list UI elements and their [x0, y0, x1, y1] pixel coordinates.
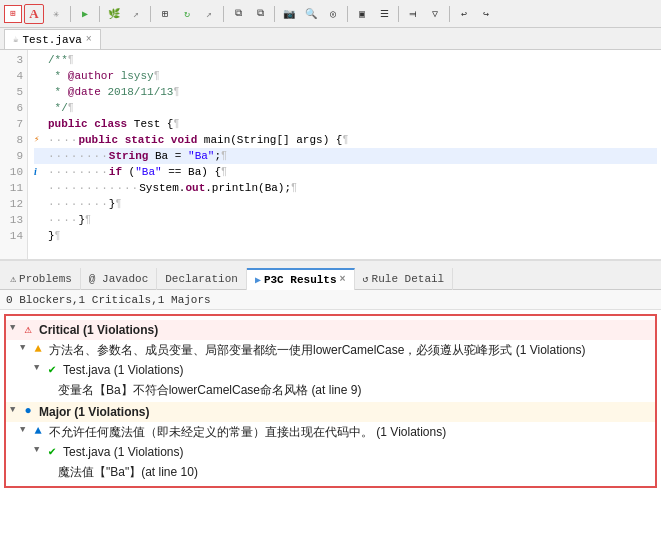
major-sub1[interactable]: ▼ ▲ 不允许任何魔法值（即未经定义的常量）直接出现在代码中。 (1 Viola…	[6, 422, 655, 442]
critical-sub1-file-icon: ✔	[44, 361, 60, 377]
copy-icon[interactable]: ⧉	[228, 4, 248, 24]
tab-declaration[interactable]: Declaration	[157, 268, 247, 290]
box-icon[interactable]: ▣	[352, 4, 372, 24]
search-icon[interactable]: 🔍	[301, 4, 321, 24]
tab-javadoc[interactable]: @ Javadoc	[81, 268, 157, 290]
tab-problems-label: Problems	[19, 273, 72, 285]
summary-text: 0 Blockers,1 Criticals,1 Majors	[6, 294, 211, 306]
results-panel[interactable]: ▼ ⚠ Critical (1 Violations) ▼ ▲ 方法名、参数名、…	[0, 310, 661, 546]
refresh-icon[interactable]: ↻	[177, 4, 197, 24]
critical-sub1-detail[interactable]: 变量名【Ba】不符合lowerCamelCase命名风格 (at line 9)	[6, 380, 655, 400]
critical-sub1-text: 方法名、参数名、成员变量、局部变量都统一使用lowerCamelCase，必须遵…	[49, 341, 586, 359]
critical-icon: ⚠	[20, 321, 36, 337]
tab-declaration-label: Declaration	[165, 273, 238, 285]
major-icon: ●	[20, 403, 36, 419]
arrow-up-icon[interactable]: ↗	[126, 4, 146, 24]
tab-p3c-results[interactable]: ▶ P3C Results ×	[247, 268, 355, 290]
code-lines: /**¶ * @author lsysy¶ * @date 2018/11/13…	[30, 50, 661, 259]
code-line-13: ····}¶	[34, 212, 657, 228]
tab-rule-label: Rule Detail	[372, 273, 445, 285]
undo-icon[interactable]: ↩	[454, 4, 474, 24]
marker-10: i	[34, 164, 48, 180]
toolbar: ⊞ A ✳ ▶ 🌿 ↗ ⊞ ↻ ↗ ⧉ ⧉ 📷 🔍 ◎ ▣ ☰ ⫤ ▽ ↩ ↪	[0, 0, 661, 28]
target-icon[interactable]: ◎	[323, 4, 343, 24]
results-summary-bar: 0 Blockers,1 Criticals,1 Majors	[0, 290, 661, 310]
play-icon[interactable]: ▶	[75, 4, 95, 24]
critical-header-text: Critical (1 Violations)	[39, 321, 158, 339]
copy2-icon[interactable]: ⧉	[250, 4, 270, 24]
code-line-9: ········String Ba = "Ba";¶	[34, 148, 657, 164]
layout-icon[interactable]: ⊞	[4, 5, 22, 23]
critical-sub1-icon: ▲	[30, 341, 46, 357]
split-icon[interactable]: ⫤	[403, 4, 423, 24]
asterisk-icon[interactable]: ✳	[46, 4, 66, 24]
critical-sub1-detail-text: 变量名【Ba】不符合lowerCamelCase命名风格 (at line 9)	[58, 381, 361, 399]
editor-tab-bar: ☕ Test.java ×	[0, 28, 661, 50]
major-sub1-file-arrow: ▼	[34, 445, 44, 455]
tab-javadoc-label: @ Javadoc	[89, 273, 148, 285]
tab-rule-detail[interactable]: ↺ Rule Detail	[355, 268, 454, 290]
code-line-10: i ········if ("Ba" == Ba) {¶	[34, 164, 657, 180]
grid-icon[interactable]: ⊞	[155, 4, 175, 24]
sep6	[347, 6, 348, 22]
code-line-8: ⚡ ····public static void main(String[] a…	[34, 132, 657, 148]
rule-icon: ↺	[363, 273, 369, 285]
sep2	[99, 6, 100, 22]
major-sub1-file-text: Test.java (1 Violations)	[63, 443, 184, 461]
tab-label: Test.java	[22, 34, 81, 46]
chevron-down-icon[interactable]: ▽	[425, 4, 445, 24]
code-line-14: }¶	[34, 228, 657, 244]
major-sub1-detail[interactable]: 魔法值【"Ba"】(at line 10)	[6, 462, 655, 482]
critical-sub1-file[interactable]: ▼ ✔ Test.java (1 Violations)	[6, 360, 655, 380]
code-line-7: public class Test {¶	[34, 116, 657, 132]
tab-p3c-label: P3C Results	[264, 274, 337, 286]
sep5	[274, 6, 275, 22]
font-icon[interactable]: A	[24, 4, 44, 24]
sep7	[398, 6, 399, 22]
bottom-tab-bar: ⚠ Problems @ Javadoc Declaration ▶ P3C R…	[0, 268, 661, 290]
critical-sub1[interactable]: ▼ ▲ 方法名、参数名、成员变量、局部变量都统一使用lowerCamelCase…	[6, 340, 655, 360]
camera-icon[interactable]: 📷	[279, 4, 299, 24]
problems-icon: ⚠	[10, 273, 16, 285]
critical-sub1-file-text: Test.java (1 Violations)	[63, 361, 184, 379]
code-line-6: */¶	[34, 100, 657, 116]
leaf-icon[interactable]: 🌿	[104, 4, 124, 24]
p3c-icon: ▶	[255, 274, 261, 286]
redo-icon[interactable]: ↪	[476, 4, 496, 24]
code-line-4: * @author lsysy¶	[34, 68, 657, 84]
tab-close-icon[interactable]: ×	[86, 34, 92, 45]
marker-8: ⚡	[34, 132, 48, 148]
sep8	[449, 6, 450, 22]
code-line-5: * @date 2018/11/13¶	[34, 84, 657, 100]
critical-arrow: ▼	[10, 323, 20, 333]
major-sub1-icon: ▲	[30, 423, 46, 439]
menu-icon[interactable]: ☰	[374, 4, 394, 24]
major-sub1-text: 不允许任何魔法值（即未经定义的常量）直接出现在代码中。 (1 Violation…	[49, 423, 446, 441]
code-line-12: ········}¶	[34, 196, 657, 212]
line-numbers: 3 4 5 6 7 8 9 10 11 12 13 14	[0, 50, 28, 259]
results-tree: ▼ ⚠ Critical (1 Violations) ▼ ▲ 方法名、参数名、…	[4, 314, 657, 488]
major-header[interactable]: ▼ ● Major (1 Violations)	[6, 402, 655, 422]
sep4	[223, 6, 224, 22]
code-editor: 3 4 5 6 7 8 9 10 11 12 13 14 /**¶ * @aut…	[0, 50, 661, 260]
arrow2-icon[interactable]: ↗	[199, 4, 219, 24]
major-sub1-detail-text: 魔法值【"Ba"】(at line 10)	[58, 463, 198, 481]
code-line-3: /**¶	[34, 52, 657, 68]
file-tab[interactable]: ☕ Test.java ×	[4, 29, 101, 49]
critical-sub1-file-arrow: ▼	[34, 363, 44, 373]
code-line-11: ············System.out.println(Ba);¶	[34, 180, 657, 196]
critical-sub1-arrow: ▼	[20, 343, 30, 353]
sep1	[70, 6, 71, 22]
major-header-text: Major (1 Violations)	[39, 403, 149, 421]
p3c-close-icon[interactable]: ×	[340, 274, 346, 285]
tab-problems[interactable]: ⚠ Problems	[2, 268, 81, 290]
major-sub1-arrow: ▼	[20, 425, 30, 435]
major-sub1-file[interactable]: ▼ ✔ Test.java (1 Violations)	[6, 442, 655, 462]
sep3	[150, 6, 151, 22]
major-sub1-file-icon: ✔	[44, 443, 60, 459]
major-arrow: ▼	[10, 405, 20, 415]
critical-header[interactable]: ▼ ⚠ Critical (1 Violations)	[6, 320, 655, 340]
